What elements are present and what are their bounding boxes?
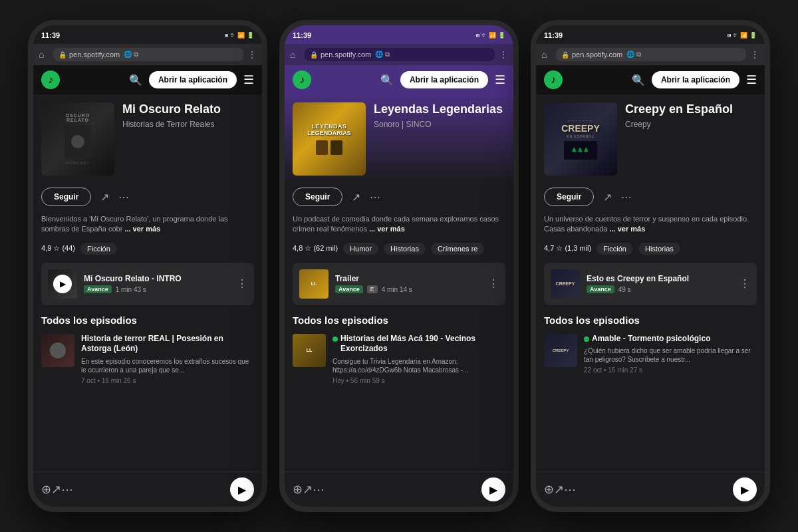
see-more-1[interactable]: ... ver más [124,225,160,233]
spotify-logo-1: ♪ [41,70,60,89]
featured-episode-1[interactable]: ▶ Mi Oscuro Relato - INTRO Avance 1 min … [41,263,254,305]
status-time-1: 11:39 [41,31,60,39]
follow-btn-2[interactable]: Seguir [293,188,342,206]
search-icon-2[interactable]: 🔍 [380,74,394,86]
url-bar-2[interactable]: 🔒 pen.spotify.com 🌐 ⧉ [305,48,495,61]
share-icon-2[interactable]: ↗ [352,191,360,203]
status-icons-3: ▣ ᯤ 📶 🔋 [728,32,757,39]
episode-list-info-1: Historia de terror REAL | Posesión en As… [81,334,254,384]
badge-row-3: Avance 49 s [587,285,733,293]
add-icon-3[interactable]: ⊕ [544,482,554,497]
more-bottom-icon-1[interactable]: ⋯ [61,482,73,497]
episode-list-1[interactable]: Historia de terror REAL | Posesión en As… [33,329,262,390]
browser-actions-1: ⋮ [247,49,257,60]
open-app-btn-2[interactable]: Abrir la aplicación [400,71,488,88]
see-more-3[interactable]: ... ver más [609,225,645,233]
home-icon-1: ⌂ [39,49,49,60]
hamburger-icon-1[interactable]: ☰ [243,72,254,87]
episode-list-3[interactable]: CREEPY Amable - Tormento psicológico ¿Qu… [536,329,765,380]
podcast-subtitle-3: Creepy [625,120,757,129]
more-icon-3[interactable]: ⋮ [750,49,759,60]
share-bottom-icon-3[interactable]: ↗ [554,482,564,497]
signal-icon-2: ▣ ᯤ 📶 🔋 [476,32,505,39]
play-btn-large-1[interactable]: ▶ [230,477,254,501]
tag-humor[interactable]: Humor [343,243,378,255]
rating-1: 4,9 ☆ (44) [41,244,75,253]
tag-ficcion-3[interactable]: Ficción [597,243,633,255]
share-bottom-icon-1[interactable]: ↗ [51,482,61,497]
phone-1: 11:39 ▣ ᯤ 📶 🔋 ⌂ 🔒 pen.spotify.com 🌐 ⧉ ⋮ [28,20,267,512]
episode-list-desc-3: ¿Quién hubiera dicho que ser amable podr… [584,346,757,364]
status-icons-2: ▣ ᯤ 📶 🔋 [476,32,505,39]
more-bottom-icon-3[interactable]: ⋯ [564,482,576,497]
share-icon-1[interactable]: ↗ [100,191,109,203]
podcast-title-1: Mi Oscuro Relato [122,102,254,117]
badge-e-2: E [367,285,378,293]
play-btn-large-2[interactable]: ▶ [481,477,505,501]
more-options-icon-3[interactable]: ⋯ [621,191,632,203]
open-app-btn-1[interactable]: Abrir la aplicación [149,71,237,88]
share-bottom-icon-2[interactable]: ↗ [303,482,313,497]
more-options-icon-1[interactable]: ⋯ [118,191,129,203]
episode-more-3[interactable]: ⋮ [739,277,750,290]
add-icon-2[interactable]: ⊕ [293,482,303,497]
description-3: Un universo de cuentos de terror y suspe… [536,210,765,239]
featured-duration-1: 1 min 43 s [116,286,146,293]
badge-avance-2: Avance [335,285,363,293]
more-options-icon-2[interactable]: ⋯ [370,191,380,203]
play-btn-large-3[interactable]: ▶ [733,477,757,501]
episode-list-desc-2: Consigue tu Trivia Legendaria en Amazon:… [332,357,505,374]
follow-btn-3[interactable]: Seguir [544,188,594,206]
follow-btn-1[interactable]: Seguir [41,188,91,206]
action-row-3: Seguir ↗ ⋯ [536,184,765,210]
url-bar-1[interactable]: 🔒 pen.spotify.com 🌐 ⧉ [53,48,243,61]
add-icon-1[interactable]: ⊕ [41,482,51,497]
dot-blue-3 [584,336,589,342]
section-title-2: Todos los episodios [285,309,513,329]
tag-ficcion-1[interactable]: Ficción [80,243,117,255]
home-icon-2: ⌂ [290,49,301,60]
browser-actions-2: ⋮ [499,49,508,60]
share-icon-3[interactable]: ↗ [603,191,612,203]
url-text-3: pen.spotify.com [572,51,622,59]
podcast-info-2: Leyendas Legendarias Sonoro | SINCO [374,102,505,132]
episode-list-desc-1: En este episodio conoceremos los extraño… [81,357,254,374]
more-icon-2[interactable]: ⋮ [499,49,508,60]
episode-list-title-1: Historia de terror REAL | Posesión en As… [81,334,254,354]
episode-more-1[interactable]: ⋮ [237,277,247,290]
tag-historias-2[interactable]: Historias [384,243,426,255]
browser-bar-2: ⌂ 🔒 pen.spotify.com 🌐 ⧉ ⋮ [285,44,513,65]
featured-episode-3[interactable]: CREEPY Esto es Creepy en Español Avance … [544,263,757,305]
hamburger-icon-3[interactable]: ☰ [746,72,757,87]
see-more-2[interactable]: ... ver más [369,225,405,233]
podcast-header-2: LEYENDAS LEGENDARIAS Leyendas Legendaria… [285,94,513,184]
open-app-btn-3[interactable]: Abrir la aplicación [652,71,739,88]
more-icon-1[interactable]: ⋮ [247,49,257,60]
podcast-cover-2: LEYENDAS LEGENDARIAS [293,102,366,176]
search-icon-3[interactable]: 🔍 [632,74,645,86]
podcast-header-3: ─────── CREEPY EN ESPAÑOL 🌲🌲🌲 Creep [536,94,765,184]
status-time-3: 11:39 [544,31,563,39]
episode-list-meta-3: 22 oct • 16 min 27 s [584,366,757,374]
more-bottom-icon-2[interactable]: ⋯ [313,482,325,497]
search-icon-1[interactable]: 🔍 [129,74,142,86]
episode-list-meta-2: Hoy • 56 min 59 s [332,377,505,384]
action-row-2: Seguir ↗ ⋯ [285,184,513,210]
tag-historias-3[interactable]: Historias [638,243,680,255]
url-text-2: pen.spotify.com [321,51,371,59]
rating-2: 4,8 ☆ (62 mil) [293,244,338,253]
home-icon-3: ⌂ [541,49,552,60]
dot-blue-2 [332,336,338,342]
featured-episode-title-2: Trailer [335,274,481,283]
featured-episode-2[interactable]: LL Trailer Avance E 4 min 14 s ⋮ [293,263,505,305]
play-small-1[interactable]: ▶ [53,275,72,293]
episode-more-2[interactable]: ⋮ [488,277,499,290]
browser-bar-3: ⌂ 🔒 pen.spotify.com 🌐 ⧉ ⋮ [536,44,765,65]
hamburger-icon-2[interactable]: ☰ [495,72,505,87]
episode-list-2[interactable]: LL Historias del Más Acá 190 - Vecinos E… [285,329,513,390]
tag-crimenes[interactable]: Crímenes re [431,243,485,255]
featured-duration-2: 4 min 14 s [382,286,412,293]
url-bar-3[interactable]: 🔒 pen.spotify.com 🌐 ⧉ [556,48,746,61]
podcast-cover-1: OSCURO RELATO PODCAST [41,102,114,176]
episode-thumb-list-1 [41,334,74,367]
